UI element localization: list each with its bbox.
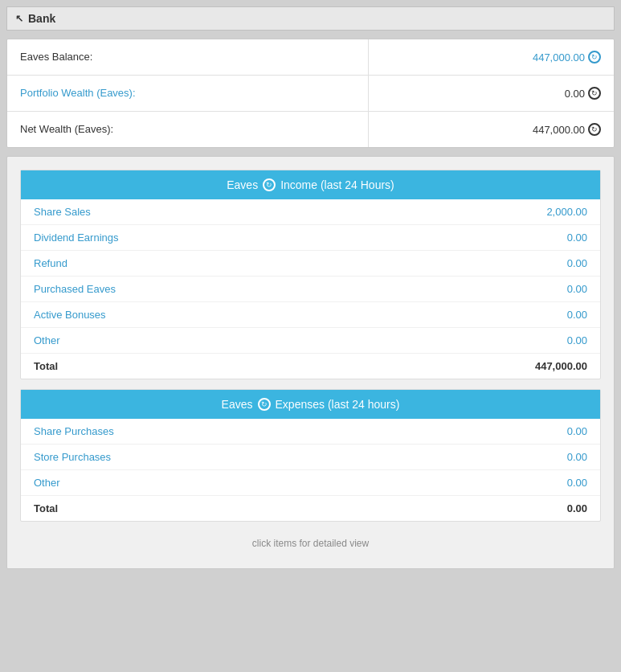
dividend-label: Dividend Earnings xyxy=(34,232,119,244)
page-title: Bank xyxy=(28,12,55,25)
cursor-icon: ↖ xyxy=(15,13,23,24)
purchased-eaves-label: Purchased Eaves xyxy=(34,283,116,295)
eaves-currency-icon-1 xyxy=(588,51,601,64)
expenses-row-other[interactable]: Other 0.00 xyxy=(21,470,600,496)
store-purchases-value: 0.00 xyxy=(567,451,587,463)
expenses-total-label: Total xyxy=(34,502,58,514)
outer-container: ↖ Bank Eaves Balance: 447,000.00 Portfol… xyxy=(0,0,621,672)
income-row-dividend[interactable]: Dividend Earnings 0.00 xyxy=(21,225,600,251)
eaves-balance-amount: 447,000.00 xyxy=(533,51,585,64)
portfolio-wealth-value: 0.00 xyxy=(369,76,614,111)
expenses-row-store-purchases[interactable]: Store Purchases 0.00 xyxy=(21,445,600,470)
title-bar: ↖ Bank xyxy=(6,6,615,31)
active-bonuses-value: 0.00 xyxy=(567,309,587,321)
expenses-row-total: Total 0.00 xyxy=(21,496,600,521)
eaves-currency-icon-3 xyxy=(588,123,601,136)
share-sales-label: Share Sales xyxy=(34,206,91,218)
income-header: Eaves Income (last 24 Hours) xyxy=(21,170,600,199)
net-wealth-amount: 447,000.00 xyxy=(533,124,585,136)
income-row-total: Total 447,000.00 xyxy=(21,354,600,379)
expenses-header-suffix: Expenses (last 24 hours) xyxy=(276,398,400,411)
footer-note: click items for detailed view xyxy=(20,531,601,555)
portfolio-wealth-label[interactable]: Portfolio Wealth (Eaves): xyxy=(7,76,369,111)
income-row-share-sales[interactable]: Share Sales 2,000.00 xyxy=(21,199,600,225)
income-eaves-icon xyxy=(263,178,276,191)
share-purchases-label: Share Purchases xyxy=(34,425,114,437)
income-header-suffix: Income (last 24 Hours) xyxy=(280,178,394,191)
eaves-balance-label: Eaves Balance: xyxy=(7,39,369,75)
refund-value: 0.00 xyxy=(567,257,587,269)
portfolio-wealth-amount: 0.00 xyxy=(565,88,585,100)
eaves-balance-value: 447,000.00 xyxy=(369,39,614,75)
store-purchases-label: Store Purchases xyxy=(34,451,111,463)
income-row-refund[interactable]: Refund 0.00 xyxy=(21,251,600,277)
activity-card: Eaves Income (last 24 Hours) Share Sales… xyxy=(6,156,615,569)
income-section: Eaves Income (last 24 Hours) Share Sales… xyxy=(20,170,601,379)
eaves-currency-icon-2 xyxy=(588,87,601,100)
income-row-other[interactable]: Other 0.00 xyxy=(21,328,600,354)
expenses-header: Eaves Expenses (last 24 hours) xyxy=(21,390,600,419)
balance-card: Eaves Balance: 447,000.00 Portfolio Weal… xyxy=(6,39,615,148)
net-wealth-label: Net Wealth (Eaves): xyxy=(7,112,369,147)
income-row-purchased-eaves[interactable]: Purchased Eaves 0.00 xyxy=(21,277,600,302)
eaves-balance-row: Eaves Balance: 447,000.00 xyxy=(7,39,614,76)
income-row-active-bonuses[interactable]: Active Bonuses 0.00 xyxy=(21,302,600,328)
income-header-text: Eaves xyxy=(227,178,258,191)
expenses-other-label: Other xyxy=(34,477,60,489)
income-other-label: Other xyxy=(34,334,60,346)
income-other-value: 0.00 xyxy=(567,334,587,346)
income-total-label: Total xyxy=(34,360,58,372)
income-total-value: 447,000.00 xyxy=(535,360,587,372)
active-bonuses-label: Active Bonuses xyxy=(34,309,106,321)
expenses-section: Eaves Expenses (last 24 hours) Share Pur… xyxy=(20,389,601,522)
net-wealth-row: Net Wealth (Eaves): 447,000.00 xyxy=(7,112,614,147)
purchased-eaves-value: 0.00 xyxy=(567,283,587,295)
expenses-total-value: 0.00 xyxy=(567,502,587,514)
expenses-eaves-icon xyxy=(258,398,271,411)
share-sales-value: 2,000.00 xyxy=(546,206,587,218)
expenses-header-text: Eaves xyxy=(222,398,253,411)
net-wealth-value: 447,000.00 xyxy=(369,112,614,147)
share-purchases-value: 0.00 xyxy=(567,425,587,437)
expenses-other-value: 0.00 xyxy=(567,477,587,489)
expenses-row-share-purchases[interactable]: Share Purchases 0.00 xyxy=(21,419,600,445)
dividend-value: 0.00 xyxy=(567,232,587,244)
refund-label: Refund xyxy=(34,257,67,269)
footer-note-text: click items for detailed view xyxy=(252,538,369,549)
portfolio-wealth-row[interactable]: Portfolio Wealth (Eaves): 0.00 xyxy=(7,76,614,112)
